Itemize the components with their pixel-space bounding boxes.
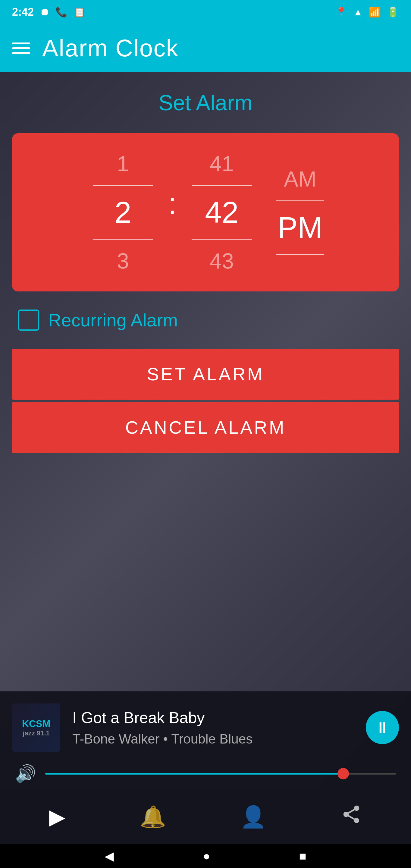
music-text: I Got a Break Baby T-Bone Walker • Troub… [72, 709, 354, 747]
alarm-nav-icon: 🔔 [140, 804, 166, 829]
recurring-alarm-label: Recurring Alarm [48, 310, 178, 331]
recurring-alarm-checkbox[interactable] [18, 310, 39, 331]
ampm-column[interactable]: AM PM [273, 167, 327, 258]
kcsm-logo-bottom: jazz 91.1 [23, 730, 50, 737]
track-artist-album: T-Bone Walker • Trouble Blues [72, 732, 354, 747]
nav-item-contacts[interactable]: 👤 [240, 804, 266, 829]
ampm-divider-bottom [276, 254, 324, 255]
share-nav-icon [341, 804, 362, 830]
status-time: 2:42 [12, 6, 34, 19]
minute-below: 43 [210, 249, 234, 273]
play-nav-icon: ▶ [49, 804, 65, 829]
minute-divider-bottom [192, 239, 252, 240]
ampm-selected: PM [278, 210, 323, 245]
music-info-row: KCSM jazz 91.1 I Got a Break Baby T-Bone… [12, 704, 399, 752]
wifi-icon: ▲ [353, 7, 363, 18]
battery-icon: 🔋 [387, 6, 399, 18]
menu-button[interactable] [12, 42, 30, 54]
set-alarm-button[interactable]: SET ALARM [12, 349, 399, 400]
app-bar: Alarm Clock [0, 24, 411, 72]
app-title: Alarm Clock [42, 34, 179, 62]
sim-icon: 📋 [73, 6, 86, 18]
ampm-divider-top [276, 200, 324, 201]
contacts-nav-icon: 👤 [240, 804, 266, 829]
minute-divider-top [192, 185, 252, 186]
pause-icon: ⏸ [375, 719, 390, 736]
recurring-alarm-row: Recurring Alarm [12, 310, 399, 331]
recent-button[interactable]: ■ [299, 849, 306, 863]
ampm-above: AM [284, 167, 316, 191]
location-icon: 📍 [335, 6, 347, 18]
time-colon: : [162, 186, 183, 221]
time-picker-container: 1 2 3 : 41 42 43 AM PM [12, 133, 399, 291]
kcsm-logo-top: KCSM [22, 718, 50, 730]
back-button[interactable]: ◀ [104, 849, 114, 863]
nav-item-alarm[interactable]: 🔔 [140, 804, 166, 829]
volume-row: 🔊 [12, 764, 399, 784]
hour-above: 1 [117, 151, 129, 176]
minute-selected: 42 [205, 195, 238, 230]
record-icon: ⏺ [40, 7, 50, 18]
nav-item-share[interactable] [341, 804, 362, 830]
minutes-column[interactable]: 41 42 43 [183, 151, 261, 273]
home-button[interactable]: ● [203, 849, 210, 863]
android-nav: ◀ ● ■ [0, 844, 411, 868]
hour-divider-top [93, 185, 153, 186]
phone-icon: 📞 [56, 6, 67, 18]
pause-button[interactable]: ⏸ [366, 711, 399, 744]
volume-fill [45, 773, 343, 775]
hours-column[interactable]: 1 2 3 [84, 151, 162, 273]
hour-divider-bottom [93, 239, 153, 240]
volume-track[interactable] [45, 773, 396, 775]
hour-selected: 2 [115, 195, 131, 230]
music-player: KCSM jazz 91.1 I Got a Break Baby T-Bone… [0, 691, 411, 789]
hour-below: 3 [117, 249, 129, 273]
set-alarm-heading: Set Alarm [12, 90, 399, 115]
album-art-inner: KCSM jazz 91.1 [12, 704, 60, 752]
time-picker: 1 2 3 : 41 42 43 AM PM [36, 151, 375, 273]
status-bar: 2:42 ⏺ 📞 📋 📍 ▲ 📶 🔋 [0, 0, 411, 24]
cancel-alarm-button[interactable]: CANCEL ALARM [12, 402, 399, 453]
minute-above: 41 [210, 151, 234, 176]
volume-thumb [338, 768, 349, 779]
status-bar-left: 2:42 ⏺ 📞 📋 [12, 6, 86, 19]
album-art: KCSM jazz 91.1 [12, 704, 60, 752]
main-content: Set Alarm 1 2 3 : 41 42 43 [0, 72, 411, 465]
bottom-nav: ▶ 🔔 👤 [0, 789, 411, 844]
volume-icon: 🔊 [15, 764, 36, 784]
signal-icon: 📶 [369, 6, 381, 18]
track-title: I Got a Break Baby [72, 709, 354, 727]
status-bar-right: 📍 ▲ 📶 🔋 [335, 6, 399, 18]
nav-item-play[interactable]: ▶ [49, 804, 65, 829]
